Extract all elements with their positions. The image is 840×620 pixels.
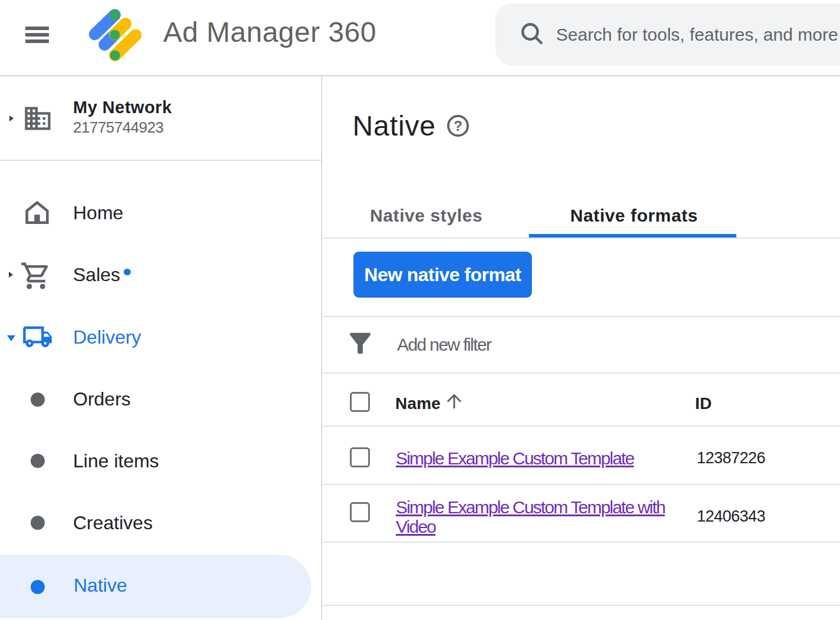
svg-text:?: ?	[454, 118, 462, 134]
